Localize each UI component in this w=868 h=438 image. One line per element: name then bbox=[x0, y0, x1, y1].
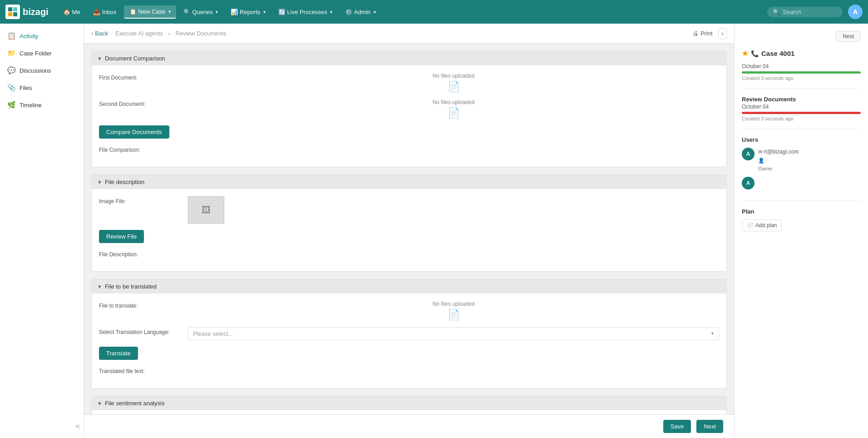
first-document-upload-icon[interactable]: 📄 bbox=[448, 81, 460, 93]
toolbar: ‹ Back Execute AI agents › Review Docume… bbox=[84, 24, 734, 44]
search-input[interactable] bbox=[783, 9, 837, 15]
add-plan-button[interactable]: 📄 Add plan bbox=[742, 219, 782, 231]
sidebar-item-timeline[interactable]: 🌿 Timeline bbox=[0, 96, 84, 114]
field-translated-text: Translated file text: bbox=[99, 366, 719, 374]
folder-icon: 📁 bbox=[7, 49, 16, 57]
nav-inbox[interactable]: 📥 Inbox bbox=[88, 6, 122, 18]
search-icon: 🔍 bbox=[773, 9, 780, 15]
home-icon: 🏠 bbox=[63, 9, 70, 15]
divider-1 bbox=[742, 88, 861, 89]
breadcrumb: Execute AI agents › Review Documents bbox=[113, 30, 687, 37]
next-button[interactable]: Next bbox=[696, 420, 723, 433]
field-file-to-translate: File to translate: No files uploaded 📄 bbox=[99, 301, 719, 321]
divider-3 bbox=[742, 200, 861, 201]
section-chevron-icon2: ▼ bbox=[97, 179, 102, 185]
image-icon: 🖼 bbox=[202, 205, 211, 215]
field-file-comparison: File Comparison: bbox=[99, 145, 719, 153]
task-progress-bar bbox=[742, 112, 861, 114]
user-avatar-2: A bbox=[742, 177, 755, 189]
chat-icon: 💬 bbox=[7, 66, 16, 75]
first-document-upload: No files uploaded 📄 bbox=[188, 73, 719, 93]
sidebar: 📋 Activity 📁 Case Folder 💬 Discussions 📎… bbox=[0, 24, 84, 438]
task-info: Review Documents October 04 Created 3 se… bbox=[742, 96, 861, 121]
section-body-sentiment: Cover letter file: No files uploaded 📄 A… bbox=[92, 410, 726, 414]
field-first-document: First Document: No files uploaded 📄 bbox=[99, 73, 719, 93]
users-section: Users A ✉ rt@bizagi.com 👤 Owner A bbox=[742, 136, 861, 193]
sidebar-spacer bbox=[0, 114, 84, 418]
divider-2 bbox=[742, 129, 861, 129]
section-header-file-translated[interactable]: ▼ File to be translated bbox=[92, 279, 726, 294]
admin-icon: ⚙️ bbox=[345, 9, 352, 15]
new-case-arrow: ▾ bbox=[168, 9, 171, 14]
new-case-icon: 📋 bbox=[129, 8, 137, 15]
save-button[interactable]: Save bbox=[663, 420, 691, 433]
field-second-document: Second Document: No files uploaded 📄 bbox=[99, 99, 719, 119]
section-sentiment-analysis: ▼ File sentiment analysis Cover letter f… bbox=[91, 396, 727, 414]
plan-section: Plan 📄 Add plan bbox=[742, 208, 861, 231]
sidebar-item-activity[interactable]: 📋 Activity bbox=[0, 27, 84, 45]
user-avatar-1: A bbox=[742, 148, 755, 160]
back-button[interactable]: ‹ Back bbox=[91, 30, 108, 37]
section-chevron-icon: ▼ bbox=[97, 56, 102, 61]
paperclip-icon: 📎 bbox=[7, 84, 16, 92]
bottom-bar: Save Next bbox=[84, 414, 734, 438]
compare-documents-button[interactable]: Compare Documents bbox=[99, 125, 169, 139]
chevron-right-button[interactable]: › bbox=[718, 28, 727, 39]
translation-language-wrapper: Please select... bbox=[188, 327, 719, 340]
sidebar-item-files[interactable]: 📎 Files bbox=[0, 79, 84, 96]
reports-arrow: ▾ bbox=[263, 10, 266, 15]
review-file-button[interactable]: Review File bbox=[99, 230, 144, 243]
right-panel-next-button[interactable]: Next bbox=[836, 31, 861, 42]
file-to-translate-upload: No files uploaded 📄 bbox=[188, 301, 719, 321]
nav-new-case[interactable]: 📋 New Case ▾ bbox=[124, 5, 176, 19]
section-chevron-icon4: ▼ bbox=[97, 401, 102, 406]
section-file-description: ▼ File description Image File: 🖼 Review … bbox=[91, 174, 727, 272]
user-row-1: A ✉ rt@bizagi.com 👤 Owner bbox=[742, 148, 861, 173]
reports-icon: 📊 bbox=[231, 9, 238, 15]
logo-icon bbox=[5, 5, 20, 19]
logo[interactable]: bizagi bbox=[5, 5, 49, 19]
nav-live-processes[interactable]: 🔄 Live Processes ▾ bbox=[273, 6, 338, 18]
translation-language-select[interactable]: Please select... bbox=[188, 327, 719, 340]
section-file-translated: ▼ File to be translated File to translat… bbox=[91, 279, 727, 388]
svg-rect-1 bbox=[13, 7, 17, 11]
nav-reports[interactable]: 📊 Reports ▾ bbox=[225, 6, 271, 18]
svg-rect-3 bbox=[13, 12, 17, 16]
collapse-sidebar-button[interactable]: « bbox=[0, 418, 84, 438]
right-panel-top: Next bbox=[742, 31, 861, 42]
second-document-upload-icon[interactable]: 📄 bbox=[448, 107, 460, 119]
sidebar-item-discussions[interactable]: 💬 Discussions bbox=[0, 62, 84, 79]
second-document-upload: No files uploaded 📄 bbox=[188, 99, 719, 119]
image-file-placeholder: 🖼 bbox=[188, 196, 224, 224]
print-button[interactable]: 🖨 Print bbox=[693, 30, 713, 37]
nav-me[interactable]: 🏠 Me bbox=[58, 6, 86, 18]
nav-admin[interactable]: ⚙️ Admin ▾ bbox=[340, 6, 381, 18]
back-arrow-icon: ‹ bbox=[91, 30, 93, 37]
timeline-icon: 🌿 bbox=[7, 101, 16, 109]
queries-arrow: ▾ bbox=[216, 10, 218, 15]
svg-rect-2 bbox=[8, 12, 12, 16]
field-image-file: Image File: 🖼 bbox=[99, 196, 719, 224]
case-info: October 04 Created 3 seconds ago bbox=[742, 63, 861, 81]
avatar[interactable]: A bbox=[848, 5, 863, 19]
translate-button[interactable]: Translate bbox=[99, 347, 138, 360]
top-navigation: bizagi 🏠 Me 📥 Inbox 📋 New Case ▾ 🔍 Queri… bbox=[0, 0, 868, 24]
section-header-sentiment[interactable]: ▼ File sentiment analysis bbox=[92, 396, 726, 410]
case-progress-bar bbox=[742, 71, 861, 74]
main-layout: 📋 Activity 📁 Case Folder 💬 Discussions 📎… bbox=[0, 24, 868, 438]
phone-icon: 📞 bbox=[751, 50, 759, 57]
field-file-description: File Description: bbox=[99, 249, 719, 258]
section-header-document-comparison[interactable]: ▼ Document Comparison bbox=[92, 51, 726, 65]
file-translate-upload-icon[interactable]: 📄 bbox=[448, 309, 460, 321]
right-panel: Next ★ 📞 Case 4001 October 04 Created 3 … bbox=[734, 24, 868, 438]
sidebar-item-case-folder[interactable]: 📁 Case Folder bbox=[0, 45, 84, 62]
star-icon: ★ bbox=[742, 49, 748, 58]
nav-queries[interactable]: 🔍 Queries ▾ bbox=[178, 6, 224, 18]
case-title: ★ 📞 Case 4001 bbox=[742, 49, 861, 58]
search-box[interactable]: 🔍 bbox=[767, 7, 843, 17]
content-area: ‹ Back Execute AI agents › Review Docume… bbox=[84, 24, 734, 438]
form-scroll-area: ▼ Document Comparison First Document: No… bbox=[84, 44, 734, 414]
section-body-file-translated: File to translate: No files uploaded 📄 S… bbox=[92, 294, 726, 388]
section-header-file-description[interactable]: ▼ File description bbox=[92, 175, 726, 189]
user-row-2: A bbox=[742, 177, 861, 189]
